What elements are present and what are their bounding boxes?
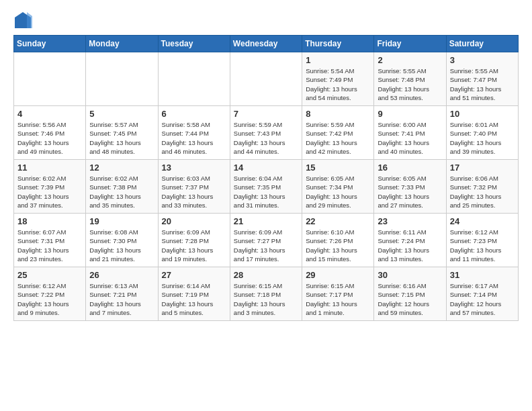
calendar-cell: 25Sunrise: 6:12 AMSunset: 7:22 PMDayligh… (14, 267, 86, 321)
day-info: Sunrise: 6:06 AMSunset: 7:32 PMDaylight:… (450, 174, 515, 210)
calendar-cell (230, 52, 302, 106)
day-header-sunday: Sunday (14, 36, 86, 52)
day-info: Sunrise: 5:56 AMSunset: 7:46 PMDaylight:… (17, 120, 82, 156)
day-info: Sunrise: 6:02 AMSunset: 7:39 PMDaylight:… (17, 174, 82, 210)
day-info: Sunrise: 5:59 AMSunset: 7:43 PMDaylight:… (234, 120, 298, 156)
calendar-cell: 1Sunrise: 5:54 AMSunset: 7:49 PMDaylight… (302, 52, 374, 106)
day-info: Sunrise: 5:58 AMSunset: 7:44 PMDaylight:… (162, 120, 226, 156)
calendar-cell: 10Sunrise: 6:01 AMSunset: 7:40 PMDayligh… (446, 106, 518, 160)
calendar-cell: 18Sunrise: 6:07 AMSunset: 7:31 PMDayligh… (14, 214, 86, 267)
day-info: Sunrise: 6:09 AMSunset: 7:27 PMDaylight:… (234, 228, 298, 263)
calendar-cell: 24Sunrise: 6:12 AMSunset: 7:23 PMDayligh… (446, 214, 518, 267)
day-number: 24 (450, 216, 515, 226)
day-header-saturday: Saturday (446, 36, 518, 52)
week-row: 4Sunrise: 5:56 AMSunset: 7:46 PMDaylight… (14, 106, 519, 160)
logo (13, 11, 36, 30)
calendar-cell: 22Sunrise: 6:10 AMSunset: 7:26 PMDayligh… (302, 214, 374, 267)
day-number: 13 (162, 163, 226, 173)
calendar-cell (14, 52, 86, 106)
day-info: Sunrise: 6:07 AMSunset: 7:31 PMDaylight:… (17, 228, 82, 263)
calendar-cell: 2Sunrise: 5:55 AMSunset: 7:48 PMDaylight… (374, 52, 446, 106)
day-number: 19 (89, 216, 154, 226)
day-number: 29 (306, 270, 370, 280)
day-number: 23 (378, 216, 442, 226)
week-row: 11Sunrise: 6:02 AMSunset: 7:39 PMDayligh… (14, 160, 519, 214)
day-info: Sunrise: 6:10 AMSunset: 7:26 PMDaylight:… (306, 228, 370, 263)
day-info: Sunrise: 6:15 AMSunset: 7:17 PMDaylight:… (306, 281, 370, 317)
day-number: 9 (378, 109, 442, 119)
day-number: 26 (89, 270, 154, 280)
header-row: SundayMondayTuesdayWednesdayThursdayFrid… (14, 36, 519, 52)
calendar-cell: 15Sunrise: 6:05 AMSunset: 7:34 PMDayligh… (302, 160, 374, 214)
day-info: Sunrise: 6:16 AMSunset: 7:15 PMDaylight:… (378, 281, 442, 317)
day-header-thursday: Thursday (302, 36, 374, 52)
day-number: 4 (17, 109, 82, 119)
day-number: 21 (234, 216, 298, 226)
calendar-cell: 29Sunrise: 6:15 AMSunset: 7:17 PMDayligh… (302, 267, 374, 321)
calendar-cell: 30Sunrise: 6:16 AMSunset: 7:15 PMDayligh… (374, 267, 446, 321)
week-row: 18Sunrise: 6:07 AMSunset: 7:31 PMDayligh… (14, 214, 519, 267)
day-info: Sunrise: 6:17 AMSunset: 7:14 PMDaylight:… (450, 281, 515, 317)
calendar-table: SundayMondayTuesdayWednesdayThursdayFrid… (13, 35, 519, 321)
day-info: Sunrise: 5:59 AMSunset: 7:42 PMDaylight:… (306, 120, 370, 156)
day-number: 5 (89, 109, 154, 119)
day-number: 25 (17, 270, 82, 280)
day-number: 8 (306, 109, 370, 119)
calendar-cell (86, 52, 158, 106)
day-number: 28 (234, 270, 298, 280)
day-info: Sunrise: 6:08 AMSunset: 7:30 PMDaylight:… (89, 228, 154, 263)
logo-icon (13, 11, 32, 30)
day-info: Sunrise: 6:09 AMSunset: 7:28 PMDaylight:… (162, 228, 226, 263)
calendar-cell: 26Sunrise: 6:13 AMSunset: 7:21 PMDayligh… (86, 267, 158, 321)
calendar-cell: 7Sunrise: 5:59 AMSunset: 7:43 PMDaylight… (230, 106, 302, 160)
week-row: 25Sunrise: 6:12 AMSunset: 7:22 PMDayligh… (14, 267, 519, 321)
day-number: 27 (162, 270, 226, 280)
calendar-cell: 11Sunrise: 6:02 AMSunset: 7:39 PMDayligh… (14, 160, 86, 214)
day-info: Sunrise: 6:14 AMSunset: 7:19 PMDaylight:… (162, 281, 226, 317)
calendar-cell: 31Sunrise: 6:17 AMSunset: 7:14 PMDayligh… (446, 267, 518, 321)
day-info: Sunrise: 5:54 AMSunset: 7:49 PMDaylight:… (306, 66, 370, 102)
day-number: 12 (89, 163, 154, 173)
calendar-cell: 3Sunrise: 5:55 AMSunset: 7:47 PMDaylight… (446, 52, 518, 106)
calendar-cell: 28Sunrise: 6:15 AMSunset: 7:18 PMDayligh… (230, 267, 302, 321)
day-number: 10 (450, 109, 515, 119)
calendar-cell: 16Sunrise: 6:05 AMSunset: 7:33 PMDayligh… (374, 160, 446, 214)
day-info: Sunrise: 6:12 AMSunset: 7:22 PMDaylight:… (17, 281, 82, 317)
day-header-wednesday: Wednesday (230, 36, 302, 52)
day-info: Sunrise: 6:12 AMSunset: 7:23 PMDaylight:… (450, 228, 515, 263)
day-number: 14 (234, 163, 298, 173)
day-number: 1 (306, 55, 370, 65)
day-number: 11 (17, 163, 82, 173)
day-number: 31 (450, 270, 515, 280)
day-number: 30 (378, 270, 442, 280)
calendar-cell (158, 52, 230, 106)
calendar-cell: 6Sunrise: 5:58 AMSunset: 7:44 PMDaylight… (158, 106, 230, 160)
day-number: 17 (450, 163, 515, 173)
day-number: 6 (162, 109, 226, 119)
day-info: Sunrise: 6:05 AMSunset: 7:33 PMDaylight:… (378, 174, 442, 210)
calendar-cell: 14Sunrise: 6:04 AMSunset: 7:35 PMDayligh… (230, 160, 302, 214)
day-info: Sunrise: 5:55 AMSunset: 7:47 PMDaylight:… (450, 66, 515, 102)
calendar-cell: 12Sunrise: 6:02 AMSunset: 7:38 PMDayligh… (86, 160, 158, 214)
day-info: Sunrise: 6:13 AMSunset: 7:21 PMDaylight:… (89, 281, 154, 317)
day-info: Sunrise: 6:01 AMSunset: 7:40 PMDaylight:… (450, 120, 515, 156)
calendar-cell: 27Sunrise: 6:14 AMSunset: 7:19 PMDayligh… (158, 267, 230, 321)
day-info: Sunrise: 6:11 AMSunset: 7:24 PMDaylight:… (378, 228, 442, 263)
day-info: Sunrise: 6:02 AMSunset: 7:38 PMDaylight:… (89, 174, 154, 210)
calendar-cell: 17Sunrise: 6:06 AMSunset: 7:32 PMDayligh… (446, 160, 518, 214)
day-info: Sunrise: 6:03 AMSunset: 7:37 PMDaylight:… (162, 174, 226, 210)
day-info: Sunrise: 6:04 AMSunset: 7:35 PMDaylight:… (234, 174, 298, 210)
day-info: Sunrise: 5:57 AMSunset: 7:45 PMDaylight:… (89, 120, 154, 156)
day-header-tuesday: Tuesday (158, 36, 230, 52)
calendar-cell: 19Sunrise: 6:08 AMSunset: 7:30 PMDayligh… (86, 214, 158, 267)
day-number: 15 (306, 163, 370, 173)
day-header-friday: Friday (374, 36, 446, 52)
svg-marker-1 (27, 12, 32, 28)
day-info: Sunrise: 6:15 AMSunset: 7:18 PMDaylight:… (234, 281, 298, 317)
calendar-cell: 4Sunrise: 5:56 AMSunset: 7:46 PMDaylight… (14, 106, 86, 160)
calendar-cell: 20Sunrise: 6:09 AMSunset: 7:28 PMDayligh… (158, 214, 230, 267)
day-number: 20 (162, 216, 226, 226)
calendar-cell: 23Sunrise: 6:11 AMSunset: 7:24 PMDayligh… (374, 214, 446, 267)
day-number: 22 (306, 216, 370, 226)
day-number: 18 (17, 216, 82, 226)
